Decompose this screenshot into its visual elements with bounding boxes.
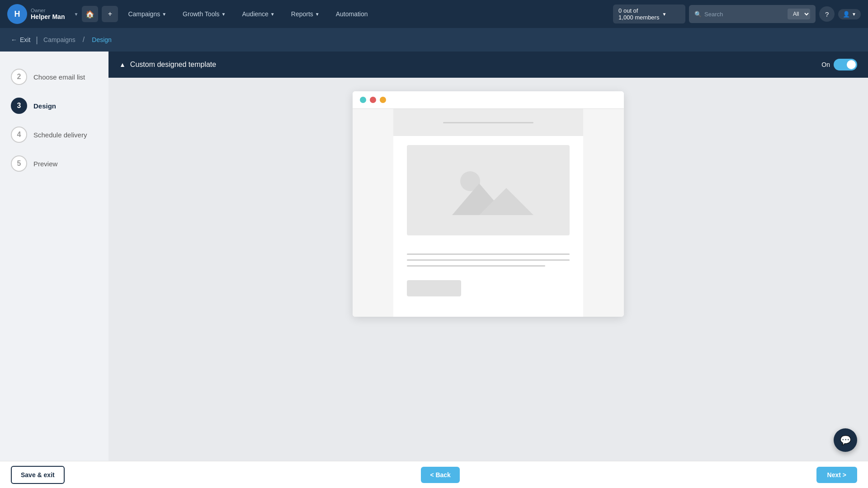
growth-tools-menu[interactable]: Growth Tools ▼: [176, 7, 232, 21]
text-line-1: [407, 253, 570, 255]
email-left-sidebar: [353, 109, 393, 317]
step-4-number: 4: [11, 127, 27, 143]
toggle-knob: [847, 60, 856, 69]
step-2-label: Choose email list: [33, 73, 85, 81]
step-sidebar: 2 Choose email list 3 Design 4 Schedule …: [0, 52, 108, 461]
chat-icon: 💬: [840, 435, 851, 446]
step-5-item[interactable]: 5 Preview: [0, 149, 108, 178]
email-image-placeholder: [407, 145, 570, 235]
help-button[interactable]: ?: [819, 6, 835, 22]
template-expand-icon[interactable]: ▲: [119, 61, 126, 68]
plus-icon: +: [108, 10, 112, 18]
reports-chevron-icon: ▼: [315, 12, 320, 17]
bottom-action-bar: Save & exit < Back Next >: [0, 461, 868, 488]
email-cta-placeholder: [407, 280, 461, 296]
text-line-3: [407, 265, 545, 267]
email-titlebar: [353, 91, 624, 109]
step-5-number: 5: [11, 155, 27, 172]
automation-menu[interactable]: Automation: [330, 7, 374, 21]
search-box[interactable]: 🔍 All: [689, 5, 816, 23]
email-header-strip: [393, 109, 583, 136]
campaigns-chevron-icon: ▼: [162, 12, 166, 17]
breadcrumb-slash: /: [83, 36, 85, 44]
step-2-number: 2: [11, 69, 27, 85]
audience-chevron-icon: ▼: [270, 12, 275, 17]
toggle-container: On: [821, 59, 857, 70]
template-header-left: ▲ Custom designed template: [119, 61, 216, 69]
breadcrumb-bar: ← Exit | Campaigns / Design: [0, 28, 868, 52]
user-chevron-icon: ▼: [852, 12, 856, 17]
breadcrumb-current: Design: [92, 36, 112, 43]
email-main-content: [393, 109, 583, 317]
breadcrumb-divider: |: [36, 35, 38, 45]
template-preview-area: [108, 78, 868, 461]
toggle-label: On: [821, 61, 830, 68]
right-panel: ▲ Custom designed template On: [108, 52, 868, 461]
titlebar-dot-teal: [360, 97, 366, 103]
owner-chevron-icon[interactable]: ▼: [74, 12, 78, 17]
template-toggle[interactable]: [834, 59, 857, 70]
reports-menu[interactable]: Reports ▼: [285, 7, 326, 21]
owner-name: Helper Man: [31, 13, 65, 20]
back-arrow-icon: ←: [11, 36, 17, 43]
titlebar-dot-red: [370, 97, 376, 103]
email-text-placeholder: [393, 244, 583, 276]
audience-menu[interactable]: Audience ▼: [236, 7, 281, 21]
app-logo[interactable]: H: [7, 4, 27, 24]
step-2-item[interactable]: 2 Choose email list: [0, 62, 108, 91]
titlebar-dot-yellow: [380, 97, 386, 103]
exit-label: Exit: [20, 36, 30, 43]
add-button[interactable]: +: [102, 6, 118, 22]
breadcrumb-campaigns[interactable]: Campaigns: [43, 36, 75, 43]
chat-fab-button[interactable]: 💬: [834, 428, 857, 452]
top-navigation: H Owner Helper Man ▼ 🏠 + Campaigns ▼ Gro…: [0, 0, 868, 28]
template-header: ▲ Custom designed template On: [108, 52, 868, 78]
text-line-2: [407, 259, 570, 261]
campaigns-menu[interactable]: Campaigns ▼: [122, 7, 173, 21]
email-header-placeholder-line: [443, 122, 533, 123]
next-button[interactable]: Next >: [816, 467, 857, 483]
step-3-item[interactable]: 3 Design: [0, 91, 108, 120]
email-body: [353, 109, 624, 317]
step-5-label: Preview: [33, 160, 57, 168]
user-menu-button[interactable]: 👤 ▼: [838, 9, 861, 19]
back-button[interactable]: < Back: [421, 467, 460, 483]
members-chevron-icon: ▼: [662, 12, 666, 17]
search-input[interactable]: [704, 11, 785, 18]
email-right-sidebar: [583, 109, 624, 317]
step-4-item[interactable]: 4 Schedule delivery: [0, 120, 108, 149]
search-icon: 🔍: [694, 11, 702, 18]
exit-button[interactable]: ← Exit: [11, 36, 30, 43]
home-button[interactable]: 🏠: [82, 6, 98, 22]
step-4-label: Schedule delivery: [33, 131, 87, 139]
main-content-area: 2 Choose email list 3 Design 4 Schedule …: [0, 52, 868, 461]
home-icon: 🏠: [85, 10, 94, 19]
placeholder-image-icon: [443, 161, 533, 220]
owner-info[interactable]: Owner Helper Man: [31, 8, 65, 20]
email-template-preview: [353, 91, 624, 317]
save-exit-button[interactable]: Save & exit: [11, 466, 65, 484]
user-icon: 👤: [843, 11, 850, 18]
members-count-text: 0 out of 1,000 members: [618, 7, 659, 21]
step-3-label: Design: [33, 102, 56, 110]
owner-label: Owner: [31, 8, 65, 13]
template-title: Custom designed template: [130, 61, 216, 69]
step-3-number: 3: [11, 98, 27, 114]
growth-tools-chevron-icon: ▼: [222, 12, 226, 17]
members-counter[interactable]: 0 out of 1,000 members ▼: [613, 5, 685, 23]
help-icon: ?: [825, 10, 829, 18]
search-filter-dropdown[interactable]: All: [788, 9, 810, 19]
